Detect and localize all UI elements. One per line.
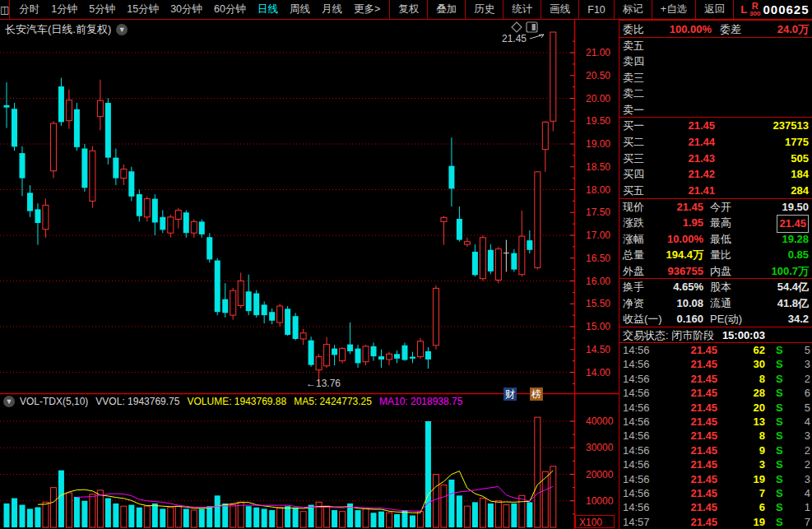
tick-count: 4	[805, 415, 810, 429]
tool-button-+自选[interactable]: +自选	[652, 0, 696, 19]
rights-marker: R300	[749, 2, 760, 17]
tick-volume: 3	[759, 457, 765, 471]
level-price: 21.41	[688, 183, 715, 199]
indicator-name[interactable]: VOL-TDX(5,10)	[20, 396, 88, 407]
svg-text:16.50: 16.50	[586, 253, 610, 264]
sell-level-row[interactable]: 卖三	[619, 70, 812, 86]
tick-row[interactable]: 14:5621.4519S3	[619, 472, 812, 486]
tick-row[interactable]: 14:5621.457S4	[619, 486, 812, 500]
level-volume: 184	[791, 166, 809, 183]
tick-direction: S	[776, 457, 783, 471]
stat-value: 10.00%	[667, 231, 703, 247]
chevron-down-icon[interactable]: ▼	[116, 24, 128, 35]
tool-button-画线[interactable]: 画线	[541, 0, 579, 19]
sell-level-row[interactable]: 卖五	[619, 38, 812, 53]
sell-level-row[interactable]: 卖一	[619, 102, 812, 118]
tick-count: 7	[805, 515, 810, 529]
tick-volume: 6	[759, 500, 765, 514]
buy-level-row[interactable]: 买四21.42184	[619, 166, 812, 183]
buy-level-row[interactable]: 买一21.45237513	[619, 118, 812, 134]
period-tab-分时[interactable]: 分时	[13, 2, 45, 16]
stat-value: 19.28	[782, 231, 809, 247]
stat-label: 内盘	[710, 263, 731, 279]
tool-button-标记[interactable]: 标记	[615, 0, 652, 19]
sell-level-row[interactable]: 卖二	[619, 86, 812, 101]
chart-title-text: 长安汽车(日线.前复权)	[5, 22, 111, 37]
tick-row[interactable]: 14:5621.453S2	[619, 457, 812, 471]
tick-count: 3	[805, 472, 810, 486]
tick-row[interactable]: 14:5621.456S1	[619, 500, 812, 514]
tick-time: 14:56	[623, 486, 650, 500]
period-tab-30分钟[interactable]: 30分钟	[165, 2, 208, 16]
period-tab-5分钟[interactable]: 5分钟	[83, 2, 121, 16]
info-row: 收益(一)0.160PE(动)34.2	[619, 311, 812, 327]
tick-count: 2	[805, 457, 810, 471]
tick-direction: S	[776, 515, 783, 529]
tool-button-F10[interactable]: F10	[579, 0, 615, 19]
level-label: 卖三	[623, 70, 644, 86]
tick-direction: S	[776, 401, 783, 415]
tick-price: 21.45	[690, 486, 717, 500]
finance-badge[interactable]: 财	[503, 387, 517, 401]
tick-time: 14:56	[623, 443, 650, 457]
chevron-down-icon[interactable]: ▼	[3, 396, 15, 407]
rank-badge[interactable]: 榜	[530, 387, 543, 401]
period-tab-周线[interactable]: 周线	[284, 2, 316, 16]
svg-text:18.50: 18.50	[586, 161, 610, 173]
tick-direction: S	[776, 372, 783, 386]
tick-row[interactable]: 14:5621.458S3	[619, 429, 812, 443]
layout-split-icon[interactable]: ◫	[0, 0, 10, 19]
tick-row[interactable]: 14:5621.459S2	[619, 443, 812, 457]
stock-code: 000625	[763, 2, 809, 16]
stat-label: 今开	[710, 199, 731, 215]
tick-row[interactable]: 14:5621.4530S3	[619, 357, 812, 371]
svg-text:14.00: 14.00	[586, 367, 610, 378]
ma5-value: MA5: 2424773.25	[294, 396, 372, 407]
tool-button-复权[interactable]: 复权	[390, 0, 428, 19]
tick-list[interactable]: 14:5621.4562S514:5621.4530S314:5621.458S…	[619, 343, 812, 529]
stat-value: 936755	[668, 263, 703, 279]
period-tab-更多>[interactable]: 更多>	[348, 2, 386, 16]
tool-button-统计[interactable]: 统计	[503, 0, 541, 19]
period-tab-月线[interactable]: 月线	[316, 2, 348, 16]
tick-row[interactable]: 14:5621.458S2	[619, 372, 812, 386]
tick-row[interactable]: 14:5621.4520S5	[619, 401, 812, 415]
tick-count: 4	[805, 486, 810, 500]
info-row: 换手4.65%股本54.4亿	[619, 279, 812, 295]
svg-text:30000: 30000	[586, 442, 614, 453]
volume-indicator-header: ▼ VOL-TDX(5,10) VVOL: 1943769.75 VOLUME:…	[3, 395, 470, 408]
info-label: 流通	[710, 295, 731, 312]
period-tab-15分钟[interactable]: 15分钟	[121, 2, 165, 16]
tick-row[interactable]: 14:5621.4528S6	[619, 386, 812, 400]
level-price: 21.45	[688, 118, 715, 134]
tick-row[interactable]: 14:5721.4519S7	[619, 515, 812, 529]
tick-row[interactable]: 14:5621.4513S4	[619, 415, 812, 429]
tick-price: 21.45	[690, 415, 717, 429]
tool-button-返回[interactable]: 返回	[696, 0, 734, 19]
stats-row: 外盘936755内盘100.7万	[619, 263, 812, 279]
chart-area: 21.0020.5020.0019.5019.0018.5018.0017.50…	[0, 0, 619, 529]
period-tab-60分钟[interactable]: 60分钟	[208, 2, 252, 16]
tick-direction: S	[776, 386, 783, 400]
kline-volume-chart[interactable]: 21.0020.5020.0019.5019.0018.5018.0017.50…	[0, 0, 619, 529]
tick-price: 21.45	[690, 357, 717, 371]
tick-price: 21.45	[690, 443, 717, 457]
tick-volume: 8	[759, 429, 765, 443]
period-tab-1分钟[interactable]: 1分钟	[45, 2, 83, 16]
stat-value: 21.45	[777, 215, 809, 232]
info-label: 换手	[623, 279, 644, 295]
sell-level-row[interactable]: 卖四	[619, 53, 812, 69]
buy-level-row[interactable]: 买三21.43505	[619, 151, 812, 167]
period-tab-日线[interactable]: 日线	[252, 2, 284, 16]
trading-app: ◫ 分时1分钟5分钟15分钟30分钟60分钟日线周线月线更多> 复权叠加历史统计…	[0, 0, 812, 529]
level-label: 买三	[623, 151, 644, 167]
tool-button-叠加[interactable]: 叠加	[428, 0, 466, 19]
tick-row[interactable]: 14:5621.4562S5	[619, 343, 812, 357]
tool-button-历史[interactable]: 历史	[466, 0, 503, 19]
buy-level-row[interactable]: 买二21.441775	[619, 134, 812, 151]
vvol-value: VVOL: 1943769.75	[95, 396, 179, 407]
buy-level-row[interactable]: 买五21.41284	[619, 183, 812, 199]
weibi-label: 委比	[623, 21, 644, 38]
level-label: 买四	[623, 166, 644, 183]
level-label: 卖一	[623, 102, 644, 118]
